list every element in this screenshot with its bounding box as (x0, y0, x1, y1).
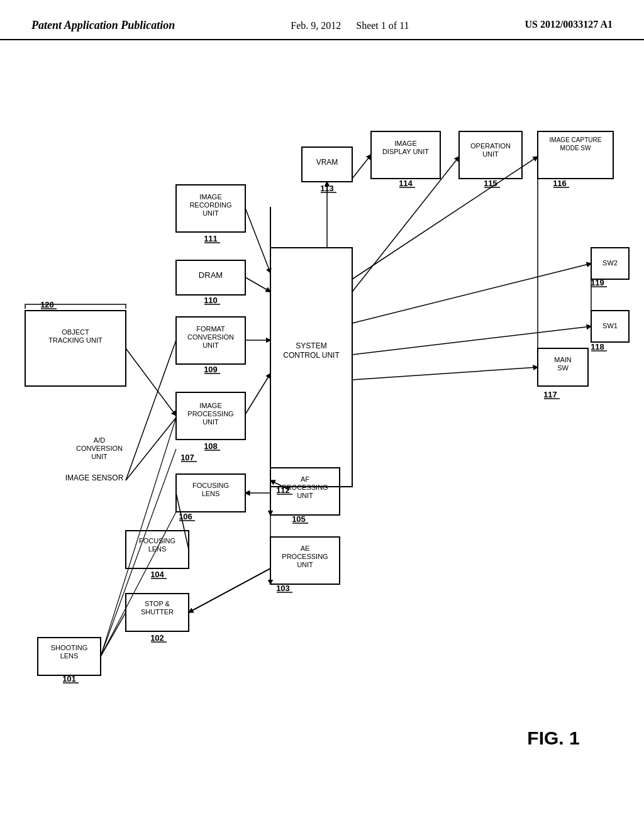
svg-text:UNIT: UNIT (297, 492, 313, 499)
publication-label: Patent Application Publication (31, 19, 175, 32)
svg-text:LENS: LENS (202, 490, 220, 497)
header-center: Feb. 9, 2012 Sheet 1 of 11 (291, 19, 409, 33)
svg-text:LENS: LENS (148, 545, 167, 553)
svg-text:LENS: LENS (60, 652, 79, 660)
svg-text:102: 102 (150, 633, 164, 643)
svg-line-117 (352, 326, 591, 355)
svg-text:109: 109 (204, 365, 218, 374)
svg-text:104: 104 (150, 570, 164, 579)
svg-text:UNIT: UNIT (91, 453, 108, 460)
svg-line-103 (101, 512, 176, 656)
svg-text:OBJECT: OBJECT (62, 328, 89, 336)
svg-text:SW2: SW2 (602, 259, 618, 267)
svg-text:UNIT: UNIT (482, 150, 499, 158)
svg-text:SW1: SW1 (602, 322, 618, 329)
svg-line-114 (352, 157, 459, 292)
svg-text:SYSTEM: SYSTEM (296, 341, 326, 350)
svg-text:DRAM: DRAM (199, 270, 223, 280)
svg-text:UNIT: UNIT (203, 341, 219, 349)
svg-text:118: 118 (591, 342, 604, 351)
svg-line-108 (245, 374, 270, 414)
svg-text:RECORDING: RECORDING (189, 201, 231, 209)
svg-text:117: 117 (543, 390, 557, 399)
svg-text:107: 107 (180, 453, 194, 462)
svg-text:119: 119 (591, 278, 604, 287)
svg-text:UNIT: UNIT (297, 561, 313, 568)
svg-line-118 (352, 367, 538, 380)
svg-line-126 (126, 348, 176, 416)
svg-text:101: 101 (62, 674, 76, 683)
svg-text:PROCESSING: PROCESSING (187, 410, 233, 418)
svg-text:114: 114 (399, 179, 413, 188)
svg-text:OPERATION: OPERATION (470, 142, 511, 150)
publication-date: Feb. 9, 2012 (291, 20, 341, 31)
svg-text:CONVERSION: CONVERSION (187, 333, 234, 341)
svg-text:IMAGE SENSOR: IMAGE SENSOR (65, 473, 124, 482)
svg-text:FOCUSING: FOCUSING (139, 537, 175, 545)
page-header: Patent Application Publication Feb. 9, 2… (0, 0, 644, 40)
svg-text:FOCUSING: FOCUSING (192, 482, 229, 489)
svg-text:VRAM: VRAM (316, 158, 338, 167)
svg-line-124 (126, 418, 176, 480)
svg-rect-19 (25, 311, 126, 386)
svg-text:116: 116 (553, 179, 567, 188)
diagram-area: SHOOTING LENS 101 STOP & SHUTTER 102 FOC… (0, 40, 644, 795)
svg-text:CONTROL UNIT: CONTROL UNIT (283, 351, 340, 360)
svg-text:DISPLAY UNIT: DISPLAY UNIT (382, 148, 429, 155)
svg-text:A/D: A/D (94, 436, 105, 444)
svg-line-116 (352, 263, 591, 323)
svg-text:TRACKING UNIT: TRACKING UNIT (48, 336, 103, 344)
svg-text:111: 111 (204, 234, 218, 243)
patent-number: US 2012/0033127 A1 (525, 19, 613, 30)
svg-text:UNIT: UNIT (203, 209, 219, 217)
svg-text:IMAGE: IMAGE (394, 140, 416, 147)
patent-diagram: SHOOTING LENS 101 STOP & SHUTTER 102 FOC… (0, 40, 644, 795)
svg-text:IMAGE CAPTURE: IMAGE CAPTURE (550, 136, 602, 143)
svg-rect-46 (270, 248, 352, 487)
svg-text:UNIT: UNIT (203, 418, 219, 426)
svg-text:STOP &: STOP & (145, 600, 170, 607)
svg-text:AF: AF (301, 475, 309, 483)
svg-text:MAIN: MAIN (554, 356, 572, 363)
svg-text:108: 108 (204, 441, 218, 451)
svg-text:110: 110 (204, 296, 218, 305)
svg-text:SHOOTING: SHOOTING (51, 644, 88, 651)
svg-text:AE: AE (301, 545, 310, 552)
svg-text:115: 115 (484, 179, 497, 188)
svg-text:103: 103 (276, 584, 290, 593)
svg-text:105: 105 (292, 514, 306, 524)
svg-text:FORMAT: FORMAT (196, 325, 225, 333)
svg-text:IMAGE: IMAGE (199, 402, 221, 409)
svg-text:IMAGE: IMAGE (199, 193, 221, 201)
svg-text:SHUTTER: SHUTTER (141, 608, 174, 616)
svg-text:SW: SW (557, 364, 569, 372)
svg-text:MODE SW: MODE SW (560, 145, 591, 152)
svg-line-123 (189, 568, 270, 612)
svg-line-125 (126, 340, 176, 480)
svg-line-111 (245, 208, 270, 273)
svg-text:FIG. 1: FIG. 1 (527, 728, 579, 748)
svg-line-107 (176, 493, 189, 550)
sheet-info: Sheet 1 of 11 (356, 20, 409, 31)
svg-text:PROCESSING: PROCESSING (282, 553, 328, 560)
svg-text:CONVERSION: CONVERSION (76, 445, 123, 452)
svg-text:PROCESSING: PROCESSING (282, 484, 328, 491)
svg-line-110 (245, 277, 270, 292)
svg-line-113 (352, 155, 371, 179)
